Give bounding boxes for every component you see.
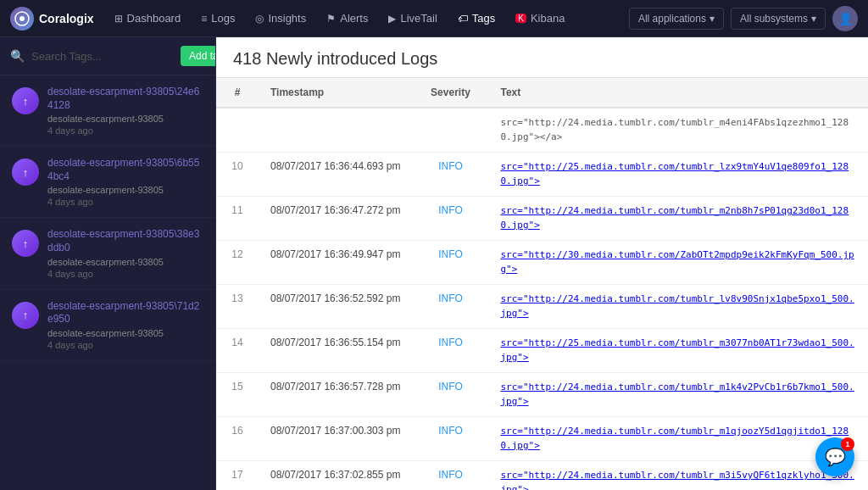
row-num: 13 [216,285,259,329]
chat-badge: 1 [841,437,854,451]
chat-icon: 💬 [825,447,846,467]
col-timestamp: Timestamp [259,78,412,108]
row-timestamp: 08/07/2017 16:36:57.728 pm [259,373,412,417]
chat-bubble[interactable]: 💬 1 [815,437,854,476]
tag-item-info: desolate-escarpment-93805\71d2e950 desol… [47,300,203,350]
nav-tags-label: Tags [472,12,495,25]
logs-icon: ≡ [201,13,207,25]
nav-alerts-label: Alerts [340,12,368,25]
row-num: 16 [216,417,259,461]
tag-item-name: desolate-escarpment-93805\6b554bc4 [47,157,203,183]
tag-item-time: 4 days ago [47,340,203,350]
row-text: src="http://24.media.tumblr.com/tumblr_m… [488,461,868,491]
content-title: 418 Newly introduced Logs [216,37,868,78]
row-timestamp [259,108,412,153]
tag-item-icon: ↑ [12,159,39,186]
nav-insights[interactable]: ◎ Insights [247,7,314,30]
kibana-icon: K [515,14,526,23]
tag-item-time: 4 days ago [47,197,203,207]
row-text: src="http://24.media.tumblr.com/tumblr_m… [488,197,868,241]
all-subsystems-dropdown[interactable]: All subsystems ▾ [731,8,826,30]
list-item[interactable]: ↑ desolate-escarpment-93805\24e64128 des… [0,75,215,147]
livetail-icon: ▶ [388,13,396,25]
table-row: 15 08/07/2017 16:36:57.728 pm INFO src="… [216,373,868,417]
table-row: src="http://24.media.tumblr.com/tumblr_m… [216,108,868,153]
search-icon: 🔍 [10,49,25,63]
avatar-icon: 👤 [838,12,853,25]
row-severity [412,108,488,153]
tag-item-info: desolate-escarpment-93805\6b554bc4 desol… [47,157,203,207]
logo[interactable]: Coralogix [10,7,94,31]
logo-icon [10,7,34,31]
user-avatar[interactable]: 👤 [832,6,858,31]
nav-alerts[interactable]: ⚑ Alerts [318,7,376,30]
row-text: src="http://24.media.tumblr.com/tumblr_m… [488,417,868,461]
nav-livetail-label: LiveTail [400,12,437,25]
all-applications-arrow: ▾ [709,13,715,25]
tag-item-time: 4 days ago [47,269,203,279]
tag-item-name: desolate-escarpment-93805\24e64128 [47,86,203,112]
all-subsystems-arrow: ▾ [811,13,816,25]
row-severity: INFO [412,285,488,329]
tag-item-info: desolate-escarpment-93805\24e64128 desol… [47,86,203,136]
sidebar-search-bar: 🔍 Add tag [0,37,215,75]
row-timestamp: 08/07/2017 16:37:02.855 pm [259,461,412,491]
dashboard-icon: ⊞ [114,13,123,25]
row-num: 11 [216,197,259,241]
row-timestamp: 08/07/2017 16:36:44.693 pm [259,153,412,197]
nav-kibana-label: Kibana [531,12,565,25]
col-num: # [216,78,259,108]
row-text: src="http://24.media.tumblr.com/tumblr_l… [488,285,868,329]
main-layout: 🔍 Add tag ↑ desolate-escarpment-93805\24… [0,37,868,490]
row-num: 17 [216,461,259,491]
nav-logs[interactable]: ≡ Logs [192,7,243,30]
nav-kibana[interactable]: K Kibana [507,7,573,30]
row-text: src="http://30.media.tumblr.com/ZabOTt2m… [488,241,868,285]
row-timestamp: 08/07/2017 16:37:00.303 pm [259,417,412,461]
row-timestamp: 08/07/2017 16:36:49.947 pm [259,241,412,285]
sidebar: 🔍 Add tag ↑ desolate-escarpment-93805\24… [0,37,216,490]
table-row: 13 08/07/2017 16:36:52.592 pm INFO src="… [216,285,868,329]
tag-item-sub: desolate-escarpment-93805 [47,257,203,267]
nav-tags[interactable]: 🏷 Tags [449,7,504,30]
all-applications-dropdown[interactable]: All applications ▾ [629,8,724,30]
row-num: 10 [216,153,259,197]
nav-livetail[interactable]: ▶ LiveTail [380,7,445,30]
nav-right: All applications ▾ All subsystems ▾ 👤 [629,6,858,31]
all-applications-label: All applications [638,13,706,25]
search-input[interactable] [31,50,174,63]
table-row: 12 08/07/2017 16:36:49.947 pm INFO src="… [216,241,868,285]
nav-dashboard[interactable]: ⊞ Dashboard [106,7,190,30]
col-text: Text [488,78,868,108]
tag-item-icon: ↑ [12,87,39,114]
table-row: 10 08/07/2017 16:36:44.693 pm INFO src="… [216,153,868,197]
list-item[interactable]: ↑ desolate-escarpment-93805\71d2e950 des… [0,290,215,361]
table-row: 14 08/07/2017 16:36:55.154 pm INFO src="… [216,329,868,373]
row-severity: INFO [412,417,488,461]
row-num: 14 [216,329,259,373]
navbar: Coralogix ⊞ Dashboard ≡ Logs ◎ Insights … [0,0,868,37]
row-severity: INFO [412,197,488,241]
tag-item-time: 4 days ago [47,125,203,136]
table-row: 11 08/07/2017 16:36:47.272 pm INFO src="… [216,197,868,241]
insights-icon: ◎ [255,13,264,25]
tag-item-icon: ↑ [12,230,39,257]
tag-item-sub: desolate-escarpment-93805 [47,185,203,195]
list-item[interactable]: ↑ desolate-escarpment-93805\6b554bc4 des… [0,147,215,218]
row-severity: INFO [412,461,488,491]
row-timestamp: 08/07/2017 16:36:52.592 pm [259,285,412,329]
row-num: 12 [216,241,259,285]
list-item[interactable]: ↑ desolate-escarpment-93805\38e3ddb0 des… [0,218,215,289]
add-tag-button[interactable]: Add tag [181,46,216,66]
tags-icon: 🏷 [458,13,468,25]
tag-item-sub: desolate-escarpment-93805 [47,328,203,338]
alerts-icon: ⚑ [326,13,336,25]
logo-text: Coralogix [39,12,94,25]
row-timestamp: 08/07/2017 16:36:55.154 pm [259,329,412,373]
log-table-wrap[interactable]: # Timestamp Severity Text src="http://24… [216,78,868,490]
table-row: 17 08/07/2017 16:37:02.855 pm INFO src="… [216,461,868,491]
row-severity: INFO [412,241,488,285]
row-num [216,108,259,153]
svg-point-1 [19,16,25,21]
row-severity: INFO [412,373,488,417]
